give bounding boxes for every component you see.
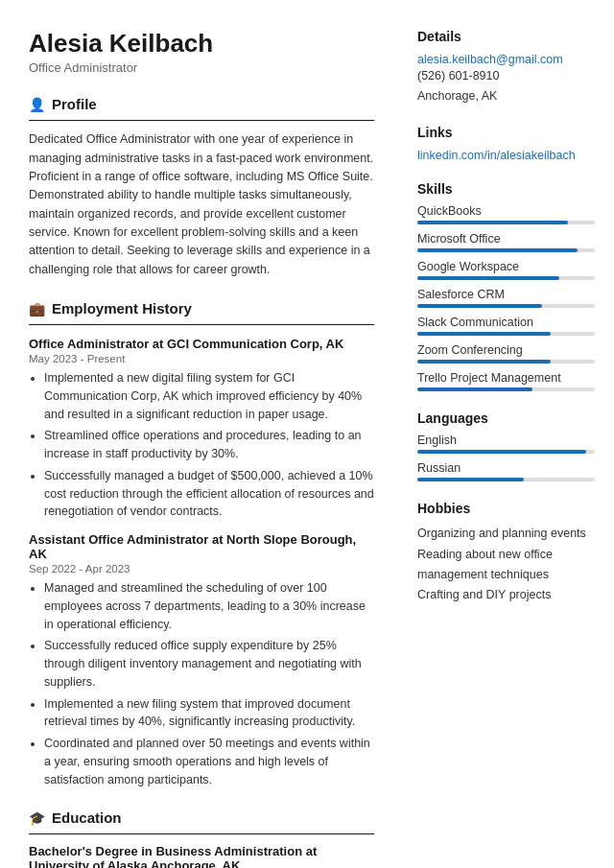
hobbies-section: Hobbies Organizing and planning eventsRe… <box>417 501 595 605</box>
job-1: Office Administrator at GCI Communicatio… <box>29 337 374 521</box>
skill-bar-fill <box>417 332 551 336</box>
skill-item: QuickBooks <box>417 204 595 224</box>
details-title: Details <box>417 29 595 44</box>
hobby-item: Organizing and planning events <box>417 524 595 544</box>
skill-item: Salesforce CRM <box>417 288 595 308</box>
language-bar-bg <box>417 450 595 454</box>
list-item: Managed and streamlined the scheduling o… <box>44 579 374 633</box>
language-name: English <box>417 434 595 447</box>
skill-bar-fill <box>417 387 532 391</box>
education-section: 🎓 Education Bachelor's Degree in Busines… <box>29 809 374 868</box>
skill-bar-fill <box>417 276 559 280</box>
skill-item: Microsoft Office <box>417 232 595 252</box>
language-bar-fill <box>417 450 586 454</box>
skill-name: Zoom Conferencing <box>417 343 595 357</box>
right-column: Details alesia.keilbach@gmail.com (526) … <box>398 0 614 868</box>
skill-bar-bg <box>417 221 595 224</box>
job-1-bullets: Implemented a new digital filing system … <box>29 369 374 521</box>
skill-name: QuickBooks <box>417 204 595 218</box>
profile-icon: 👤 <box>29 97 45 112</box>
skill-item: Slack Communication <box>417 316 595 336</box>
list-item: Successfully reduced office supply expen… <box>44 637 374 691</box>
list-item: Streamlined office operations and proced… <box>44 427 374 463</box>
links-title: Links <box>417 125 595 140</box>
skill-bar-bg <box>417 332 595 336</box>
skill-bar-bg <box>417 276 595 280</box>
hobbies-title: Hobbies <box>417 501 595 516</box>
email-link[interactable]: alesia.keilbach@gmail.com <box>417 53 563 66</box>
candidate-title: Office Administrator <box>29 60 374 75</box>
profile-text: Dedicated Office Administrator with one … <box>29 130 374 279</box>
skill-bar-fill <box>417 360 551 364</box>
skill-bar-fill <box>417 221 568 224</box>
list-item: Implemented a new digital filing system … <box>44 369 374 423</box>
skill-bar-bg <box>417 387 595 391</box>
skill-item: Google Workspace <box>417 260 595 280</box>
employment-divider <box>29 324 374 325</box>
language-item: English <box>417 434 595 454</box>
languages-title: Languages <box>417 411 595 426</box>
profile-divider <box>29 120 374 121</box>
employment-section: 💼 Employment History Office Administrato… <box>29 300 374 788</box>
profile-section-title: 👤 Profile <box>29 96 374 112</box>
skills-title: Skills <box>417 181 595 197</box>
job-1-date: May 2023 - Present <box>29 353 374 364</box>
skill-bar-fill <box>417 248 578 252</box>
skill-item: Trello Project Management <box>417 371 595 391</box>
hobby-item: Reading about new office management tech… <box>417 545 595 586</box>
education-icon: 🎓 <box>29 810 45 826</box>
location-text: Anchorage, AK <box>417 86 595 106</box>
language-bar-bg <box>417 478 595 481</box>
hobbies-list: Organizing and planning eventsReading ab… <box>417 524 595 605</box>
edu-degree: Bachelor's Degree in Business Administra… <box>29 844 374 868</box>
skill-item: Zoom Conferencing <box>417 343 595 364</box>
hobby-item: Crafting and DIY projects <box>417 585 595 605</box>
header-section: Alesia Keilbach Office Administrator <box>29 29 374 75</box>
education-divider <box>29 833 374 834</box>
job-1-title: Office Administrator at GCI Communicatio… <box>29 337 374 351</box>
job-2-bullets: Managed and streamlined the scheduling o… <box>29 579 374 788</box>
employment-icon: 💼 <box>29 301 45 317</box>
list-item: Successfully managed a budget of $500,00… <box>44 467 374 521</box>
skill-name: Microsoft Office <box>417 232 595 246</box>
job-2-title: Assistant Office Administrator at North … <box>29 532 374 561</box>
languages-list: English Russian <box>417 434 595 481</box>
language-bar-fill <box>417 478 524 481</box>
skill-bar-bg <box>417 248 595 252</box>
left-column: Alesia Keilbach Office Administrator 👤 P… <box>0 0 398 868</box>
skills-section: Skills QuickBooks Microsoft Office Googl… <box>417 181 595 391</box>
candidate-name: Alesia Keilbach <box>29 29 374 59</box>
profile-section: 👤 Profile Dedicated Office Administrator… <box>29 96 374 279</box>
linkedin-link[interactable]: linkedin.com/in/alesiakeilbach <box>417 149 576 162</box>
skill-bar-bg <box>417 360 595 364</box>
employment-section-title: 💼 Employment History <box>29 300 374 317</box>
skill-bar-fill <box>417 304 542 308</box>
skill-bar-bg <box>417 304 595 308</box>
resume-container: Alesia Keilbach Office Administrator 👤 P… <box>0 0 614 868</box>
list-item: Coordinated and planned over 50 meetings… <box>44 735 374 788</box>
details-section: Details alesia.keilbach@gmail.com (526) … <box>417 29 595 106</box>
skills-list: QuickBooks Microsoft Office Google Works… <box>417 204 595 391</box>
skill-name: Slack Communication <box>417 316 595 329</box>
links-section: Links linkedin.com/in/alesiakeilbach <box>417 125 595 162</box>
skill-name: Google Workspace <box>417 260 595 273</box>
phone-text: (526) 601-8910 <box>417 66 595 86</box>
list-item: Implemented a new filing system that imp… <box>44 695 374 732</box>
job-2: Assistant Office Administrator at North … <box>29 532 374 788</box>
skill-name: Trello Project Management <box>417 371 595 385</box>
education-section-title: 🎓 Education <box>29 809 374 826</box>
job-2-date: Sep 2022 - Apr 2023 <box>29 563 374 575</box>
language-name: Russian <box>417 461 595 475</box>
languages-section: Languages English Russian <box>417 411 595 481</box>
skill-name: Salesforce CRM <box>417 288 595 301</box>
language-item: Russian <box>417 461 595 481</box>
